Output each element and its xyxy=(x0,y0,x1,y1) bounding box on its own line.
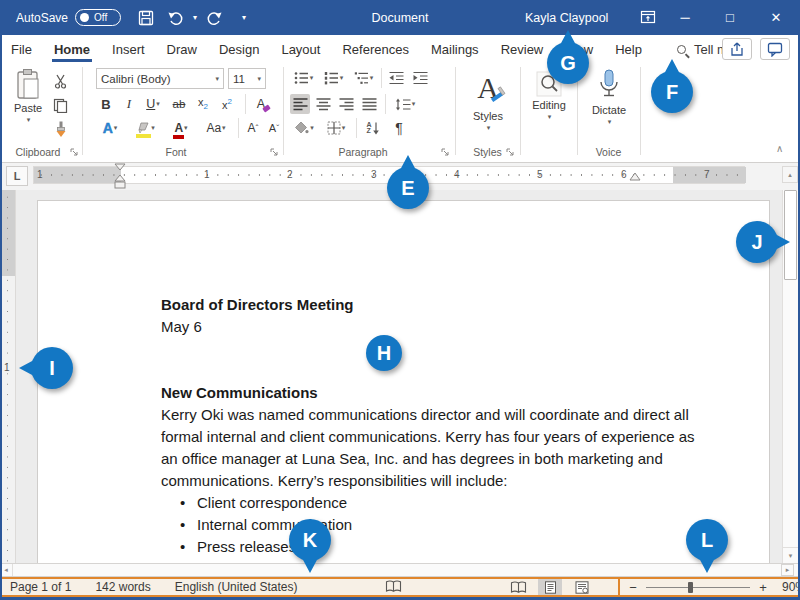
line-spacing-button[interactable]: ▾ xyxy=(390,94,420,114)
text-highlight-button[interactable]: ▾ xyxy=(131,118,161,138)
decrease-indent-button[interactable] xyxy=(386,68,406,88)
tab-help[interactable]: Help xyxy=(604,35,653,63)
scroll-left-button[interactable]: ◂ xyxy=(0,564,13,576)
zoom-in-button[interactable]: + xyxy=(758,580,768,595)
horizontal-scrollbar[interactable]: ◂ ▸ xyxy=(0,563,800,577)
zoom-thumb[interactable] xyxy=(688,582,693,593)
copy-icon xyxy=(53,98,68,113)
italic-button[interactable]: I xyxy=(119,94,139,114)
editing-button[interactable]: Editing ▾ xyxy=(524,71,574,121)
undo-dropdown-arrow[interactable]: ▾ xyxy=(193,13,197,22)
tab-layout[interactable]: Layout xyxy=(270,35,331,63)
superscript-button[interactable]: x2 xyxy=(217,94,237,114)
styles-button[interactable]: A Styles ▾ xyxy=(460,68,516,132)
tab-review[interactable]: Review xyxy=(490,35,555,63)
vertical-scrollbar-thumb[interactable] xyxy=(784,190,797,280)
tab-mailings[interactable]: Mailings xyxy=(420,35,490,63)
redo-button[interactable] xyxy=(201,6,227,30)
styles-dialog-launcher[interactable] xyxy=(506,148,516,158)
minimize-button[interactable]: ─ xyxy=(665,0,705,35)
undo-button[interactable] xyxy=(163,6,189,30)
status-divider xyxy=(618,577,620,597)
ribbon-display-options-button[interactable] xyxy=(628,0,668,35)
read-mode-button[interactable] xyxy=(506,579,530,595)
autosave-toggle[interactable]: Off xyxy=(75,9,121,26)
print-layout-button[interactable] xyxy=(538,579,562,595)
ruler-number: 1 xyxy=(204,169,210,180)
align-center-button[interactable] xyxy=(313,94,333,114)
tab-draw[interactable]: Draw xyxy=(156,35,208,63)
underline-button[interactable]: U▾ xyxy=(140,94,166,114)
autosave-control[interactable]: AutoSave Off xyxy=(16,9,121,26)
copy-button[interactable] xyxy=(50,95,70,115)
strikethrough-button[interactable]: ab xyxy=(169,94,189,114)
subscript-button[interactable]: x2 xyxy=(193,94,213,114)
collapse-ribbon-button[interactable]: ∧ xyxy=(776,143,783,154)
save-button[interactable] xyxy=(133,6,159,30)
bullets-button[interactable]: ▾ xyxy=(290,68,317,88)
close-button[interactable]: ✕ xyxy=(756,0,796,35)
share-button[interactable] xyxy=(722,38,752,60)
customize-quick-access-button[interactable]: ▾ xyxy=(231,6,257,30)
bold-button[interactable]: B xyxy=(96,94,116,114)
search-icon xyxy=(677,45,686,54)
numbering-button[interactable]: ▾ xyxy=(320,68,347,88)
show-hide-paragraph-marks-button[interactable]: ¶ xyxy=(389,118,409,138)
pilcrow-icon: ¶ xyxy=(395,120,403,136)
tab-insert[interactable]: Insert xyxy=(101,35,156,63)
right-indent-marker[interactable] xyxy=(629,172,641,181)
web-layout-button[interactable] xyxy=(570,579,594,595)
font-color-button[interactable]: A▾ xyxy=(167,118,195,138)
tab-view[interactable]: View xyxy=(554,35,604,63)
font-size-combobox[interactable]: 11 ▾ xyxy=(228,68,266,89)
scissors-icon xyxy=(53,74,68,89)
clipboard-dialog-launcher[interactable] xyxy=(70,148,80,158)
justify-button[interactable] xyxy=(359,94,379,114)
maximize-button[interactable]: □ xyxy=(710,0,750,35)
zoom-percentage[interactable]: 90% xyxy=(782,580,800,594)
shrink-font-button[interactable]: Aˇ xyxy=(264,118,284,138)
scroll-up-button[interactable]: ▴ xyxy=(782,166,798,183)
clear-formatting-button[interactable]: A xyxy=(251,94,271,114)
paste-dropdown-arrow[interactable]: ▾ xyxy=(27,116,31,124)
paragraph-dialog-launcher[interactable] xyxy=(441,148,451,158)
account-user-name[interactable]: Kayla Claypool xyxy=(525,0,608,35)
scroll-right-button[interactable]: ▸ xyxy=(781,564,794,576)
document-body-line: an office manager at Luna Sea, Inc. and … xyxy=(161,448,681,470)
document-page[interactable]: Board of Directors Meeting May 6 New Com… xyxy=(37,200,770,563)
multilevel-list-button[interactable]: ▾ xyxy=(350,68,377,88)
scroll-down-button[interactable]: ▾ xyxy=(783,547,798,563)
zoom-out-button[interactable]: − xyxy=(628,580,638,595)
font-dialog-launcher[interactable] xyxy=(270,148,280,158)
proofing-book-icon[interactable] xyxy=(385,580,402,593)
save-icon xyxy=(138,10,154,26)
paste-button[interactable]: Paste ▾ xyxy=(8,68,48,124)
page-indicator[interactable]: Page 1 of 1 xyxy=(10,580,71,594)
tab-design[interactable]: Design xyxy=(208,35,270,63)
borders-button[interactable]: ▾ xyxy=(322,118,350,138)
zoom-slider[interactable]: − + 90% xyxy=(628,579,800,595)
cut-button[interactable] xyxy=(50,71,70,91)
align-left-button[interactable] xyxy=(290,94,310,114)
vertical-ruler[interactable]: 1 xyxy=(0,190,16,563)
indent-markers[interactable] xyxy=(113,161,127,191)
comments-button[interactable] xyxy=(760,38,790,60)
format-painter-button[interactable] xyxy=(50,119,70,139)
dictate-button[interactable]: Dictate ▾ xyxy=(584,68,634,126)
tab-references[interactable]: References xyxy=(331,35,419,63)
font-name-combobox[interactable]: Calibri (Body) ▾ xyxy=(96,68,224,89)
align-right-button[interactable] xyxy=(336,94,356,114)
change-case-button[interactable]: Aa▾ xyxy=(201,118,231,138)
word-count[interactable]: 142 words xyxy=(95,580,150,594)
tab-file[interactable]: File xyxy=(0,35,43,63)
increase-indent-button[interactable] xyxy=(410,68,430,88)
shading-button[interactable]: ▾ xyxy=(290,118,318,138)
zoom-track[interactable] xyxy=(646,587,750,588)
sort-button[interactable]: AZ xyxy=(361,118,385,138)
tab-stop-selector[interactable]: L xyxy=(6,166,28,186)
vertical-scrollbar[interactable]: ▾ xyxy=(782,190,798,563)
tab-home[interactable]: Home xyxy=(43,35,101,63)
text-effects-button[interactable]: A▾ xyxy=(96,118,124,138)
grow-font-button[interactable]: Aˆ xyxy=(243,118,263,138)
language-indicator[interactable]: English (United States) xyxy=(175,580,298,594)
